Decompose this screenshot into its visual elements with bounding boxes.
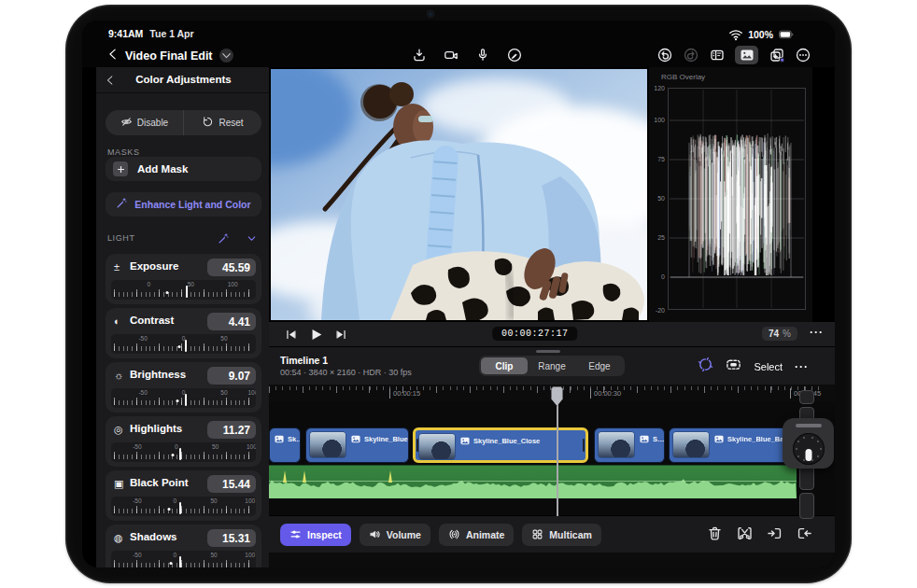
mode-range[interactable]: Range: [529, 357, 575, 374]
slider-ruler-brightness[interactable]: -50050100: [111, 388, 256, 408]
effects-icon[interactable]: [769, 48, 784, 63]
video-viewer[interactable]: [269, 67, 649, 322]
light-collapse-chevron-icon[interactable]: [246, 231, 258, 248]
camera-icon[interactable]: [443, 47, 458, 63]
viewer-zoom-control[interactable]: 74%: [762, 327, 797, 341]
value-marker: [185, 340, 187, 352]
pencil-icon[interactable]: [506, 47, 522, 63]
trim-handle-right[interactable]: [583, 439, 585, 452]
slider-value[interactable]: 15.44: [207, 475, 256, 493]
ruler-tick-label: 100: [228, 281, 238, 287]
value-marker: [186, 286, 188, 298]
snapping-toggle-icon[interactable]: [698, 357, 713, 376]
insert-icon[interactable]: [767, 525, 783, 545]
ruler-tick-label: -50: [138, 389, 147, 396]
timeline-ruler[interactable]: 00:00:1500:00:3000:00:45: [269, 385, 829, 401]
jog-wheel[interactable]: [793, 433, 825, 465]
timeline-more-button[interactable]: ···: [795, 360, 809, 373]
mic-icon[interactable]: [474, 47, 490, 63]
timeline-area: Timeline 1 00:54 · 3840 × 2160 · HDR · 3…: [269, 347, 835, 567]
slider-value[interactable]: 45.59: [207, 259, 256, 276]
slider-value[interactable]: 15.31: [207, 529, 256, 547]
slider-value[interactable]: 9.07: [207, 367, 256, 385]
date: Tue 1 Apr: [149, 28, 193, 39]
import-icon[interactable]: [411, 47, 427, 63]
enhance-light-color-button[interactable]: Enhance Light and Color: [106, 192, 261, 217]
scope-axis-100: 100: [650, 117, 665, 123]
scope-axis--20: -20: [650, 307, 665, 314]
overwrite-icon[interactable]: [797, 525, 812, 545]
clip-skyline-blue-wide[interactable]: Skyline_Blue_Wide: [305, 427, 409, 463]
mode-clip[interactable]: Clip: [481, 357, 528, 374]
scope-title: RGB Overlay: [661, 73, 705, 81]
clip-overview-icon[interactable]: [726, 357, 741, 376]
media-icon[interactable]: [735, 46, 758, 64]
project-title[interactable]: Video Final Edit: [125, 49, 233, 63]
scrollbar-segment[interactable]: [799, 493, 814, 519]
slider-ruler-contrast[interactable]: -50050: [111, 334, 256, 354]
audio-track[interactable]: [269, 465, 797, 497]
undo-icon[interactable]: [656, 48, 672, 63]
ipad-device: 9:41AMTue 1 Apr 100% Video Final Edit Co…: [65, 5, 852, 583]
highlights-icon: ◎: [114, 424, 123, 435]
slider-ruler-highlights[interactable]: -50050100: [111, 442, 256, 462]
clip-thumbnail: [419, 434, 455, 459]
color-adjustments-panel[interactable]: Color Adjustments Disable Reset MASKS Ad…: [96, 67, 271, 567]
blade-icon[interactable]: [737, 525, 753, 545]
trim-handle-left[interactable]: [416, 439, 418, 452]
slider-ruler-shadows[interactable]: -50050100: [111, 551, 256, 567]
play-button[interactable]: [308, 327, 324, 343]
animate-button[interactable]: Animate: [439, 524, 514, 546]
slider-name: Black Point: [130, 477, 189, 488]
chevron-down-icon[interactable]: [219, 49, 233, 63]
slider-ticks: [114, 506, 253, 513]
reset-button[interactable]: Reset: [184, 110, 261, 135]
jog-wheel-panel[interactable]: [783, 418, 834, 469]
clip-skyline-blue-close[interactable]: Skyline_Blue_Close: [413, 427, 588, 463]
light-auto-wand-icon[interactable]: [218, 231, 230, 248]
exposure-icon: ±: [114, 261, 120, 273]
ruler-tick-label: 50: [210, 552, 217, 558]
slider-ticks: [114, 289, 253, 297]
timecode-display[interactable]: 00:00:27:17: [492, 327, 578, 341]
slider-value[interactable]: 4.41: [207, 313, 256, 330]
light-section-label: LIGHT: [107, 233, 135, 243]
mode-edge[interactable]: Edge: [576, 357, 623, 374]
slider-value[interactable]: 11.27: [207, 421, 256, 439]
viewer-more-button[interactable]: ···: [810, 326, 824, 339]
slider-ruler-exposure[interactable]: 050100: [111, 280, 256, 300]
more-icon[interactable]: [795, 48, 811, 63]
timeline-resize-handle[interactable]: [536, 350, 560, 353]
magic-wand-icon: [116, 196, 128, 213]
ruler-tick-label: -50: [133, 443, 141, 450]
black-point-icon: ▣: [114, 478, 123, 489]
volume-button[interactable]: Volume: [360, 524, 430, 546]
select-button[interactable]: Select: [754, 361, 783, 372]
disable-button[interactable]: Disable: [106, 110, 184, 135]
clip-tools: InspectVolumeAnimateMulticam: [280, 524, 601, 546]
jog-grip-handle[interactable]: [796, 424, 822, 427]
slider-ruler-black-point[interactable]: -50050100: [111, 497, 256, 516]
clip-label: Skyline_Blue_Close: [473, 437, 540, 445]
zoom-value: 74: [769, 329, 779, 339]
ruler-tick-label: 0: [147, 281, 150, 287]
inspector-icon[interactable]: [709, 48, 725, 63]
rgb-overlay-waveform: [668, 88, 806, 310]
jog-tick-dot: [811, 459, 813, 461]
redo-icon[interactable]: [683, 48, 698, 63]
inspect-button[interactable]: Inspect: [280, 524, 351, 546]
back-button[interactable]: [106, 48, 120, 63]
add-mask-button[interactable]: Add Mask: [106, 157, 261, 181]
clip-sk-[interactable]: Sk…: [269, 427, 301, 463]
clip-skyline-blue-backgrou[interactable]: Skyline_Blue_Backgrou: [669, 427, 796, 463]
front-camera: [428, 11, 433, 17]
skip-forward-button[interactable]: [334, 328, 348, 342]
inspect-label: Inspect: [307, 529, 342, 540]
skip-back-button[interactable]: [284, 328, 298, 342]
clip-s-[interactable]: S…: [594, 427, 665, 463]
multicam-button[interactable]: Multicam: [522, 524, 601, 546]
light-section-header: LIGHT: [96, 231, 271, 246]
scrollbar-segment[interactable]: [799, 390, 814, 404]
delete-icon[interactable]: [707, 525, 723, 545]
slider-brightness: ☼Brightness9.07-50050100: [106, 362, 261, 413]
